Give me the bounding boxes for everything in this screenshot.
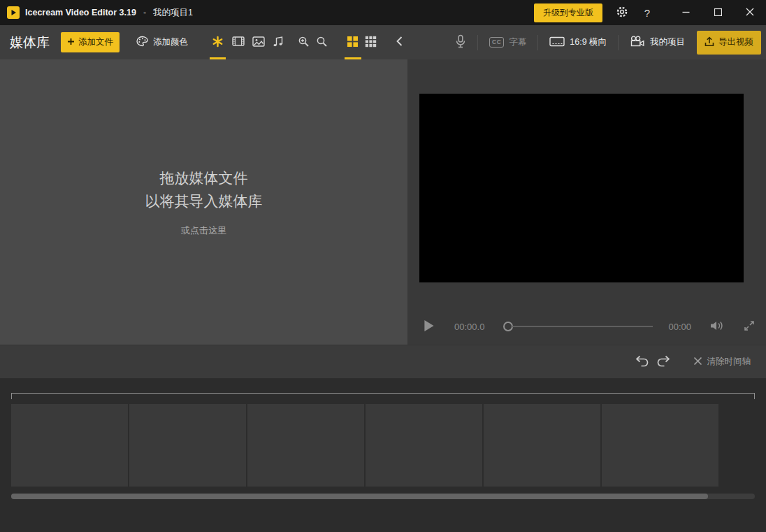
- plus-icon: [67, 38, 75, 48]
- track-slot-placeholder: [129, 404, 246, 487]
- export-video-label: 导出视频: [718, 36, 753, 48]
- seek-handle[interactable]: [503, 322, 513, 331]
- titlebar-right: 升级到专业版 ?: [534, 0, 766, 25]
- my-projects-button[interactable]: 我的项目: [628, 36, 686, 49]
- microphone-icon: [455, 34, 466, 50]
- export-icon: [704, 36, 714, 49]
- drop-text-line2: 以将其导入媒体库: [145, 190, 263, 213]
- collapse-panel-button[interactable]: [391, 25, 407, 59]
- total-time: 00:00: [668, 322, 691, 332]
- video-preview: [419, 94, 744, 282]
- help-button[interactable]: ?: [635, 0, 660, 25]
- play-button[interactable]: [419, 316, 438, 337]
- timeline-scrollbar-thumb[interactable]: [11, 494, 708, 499]
- maximize-icon: [714, 8, 722, 18]
- aspect-ratio-label: 16:9 横向: [570, 36, 607, 48]
- subtitles-button[interactable]: CC 字幕: [488, 36, 528, 48]
- minimize-button[interactable]: [670, 0, 702, 25]
- track-slot-placeholder: [602, 404, 718, 487]
- close-icon: [746, 8, 754, 18]
- timeline-toolbar: 清除时间轴: [0, 345, 766, 378]
- timeline-scrollbar-track[interactable]: [11, 494, 755, 499]
- add-color-label: 添加颜色: [153, 36, 188, 48]
- zoom-button[interactable]: [295, 25, 313, 59]
- minimize-icon: [682, 8, 690, 18]
- asterisk-icon: [212, 36, 224, 50]
- seek-slider[interactable]: [503, 322, 653, 331]
- app-logo-icon: [7, 6, 20, 19]
- image-icon: [252, 36, 265, 49]
- tab-music[interactable]: [268, 25, 288, 59]
- panel-title: 媒体库: [10, 34, 50, 52]
- tab-videos[interactable]: [228, 25, 248, 59]
- clear-x-icon: [693, 357, 702, 368]
- drop-hint-text: 或点击这里: [181, 224, 226, 237]
- preview-toolbar: CC 字幕 16:9 横向 我的项目 导出视频: [407, 25, 766, 59]
- undo-icon: [635, 354, 650, 369]
- grid-large-icon: [347, 36, 359, 50]
- timeline-ruler[interactable]: [11, 393, 755, 399]
- zoom-icon: [298, 36, 310, 50]
- timeline-area: [0, 378, 766, 532]
- add-files-button[interactable]: 添加文件: [61, 32, 120, 52]
- redo-icon: [656, 354, 671, 369]
- palette-icon: [136, 36, 148, 49]
- export-video-button[interactable]: 导出视频: [697, 31, 761, 55]
- toolbar: 媒体库 添加文件 添加颜色: [0, 25, 766, 59]
- timeline-track-area[interactable]: [11, 404, 755, 487]
- app-window: Icecream Video Editor 3.19 - 我的项目1 升级到专业…: [0, 0, 766, 532]
- aspect-ratio-icon: [549, 36, 565, 49]
- redo-button[interactable]: [653, 352, 674, 373]
- record-voice-button[interactable]: [454, 34, 468, 50]
- cc-icon: CC: [489, 37, 504, 48]
- clear-timeline-label: 清除时间轴: [707, 356, 751, 368]
- media-library-dropzone[interactable]: 拖放媒体文件 以将其导入媒体库 或点击这里: [0, 59, 407, 345]
- tab-photos[interactable]: [248, 25, 268, 59]
- tab-all-media[interactable]: [208, 25, 228, 59]
- seek-track[interactable]: [512, 326, 653, 327]
- play-icon: [423, 319, 435, 335]
- view-list-button[interactable]: [362, 25, 380, 59]
- aspect-ratio-button[interactable]: 16:9 横向: [548, 36, 608, 49]
- volume-icon: [709, 319, 725, 334]
- search-button[interactable]: [313, 25, 331, 59]
- toolbar-divider: [618, 35, 619, 50]
- title-separator: -: [142, 8, 147, 17]
- view-grid-button[interactable]: [344, 25, 362, 59]
- preview-panel: 00:00.0 00:00: [407, 59, 766, 345]
- track-slot-placeholder: [11, 404, 128, 487]
- music-note-icon: [273, 36, 284, 50]
- drop-text-line1: 拖放媒体文件: [160, 167, 248, 190]
- settings-button[interactable]: [609, 0, 635, 25]
- fullscreen-button[interactable]: [743, 319, 756, 334]
- grid-small-icon: [365, 36, 377, 50]
- movie-camera-icon: [630, 36, 645, 49]
- playback-controls: 00:00.0 00:00: [419, 312, 756, 340]
- titlebar: Icecream Video Editor 3.19 - 我的项目1 升级到专业…: [0, 0, 766, 25]
- undo-button[interactable]: [632, 352, 653, 373]
- add-files-label: 添加文件: [78, 36, 113, 48]
- volume-button[interactable]: [709, 319, 725, 334]
- chevron-left-icon: [396, 36, 403, 49]
- my-projects-label: 我的项目: [650, 36, 685, 48]
- clear-timeline-button[interactable]: 清除时间轴: [689, 355, 756, 368]
- maximize-button[interactable]: [702, 0, 734, 25]
- gear-icon: [616, 6, 628, 20]
- toolbar-divider: [537, 35, 538, 50]
- upgrade-button[interactable]: 升级到专业版: [534, 3, 602, 22]
- close-button[interactable]: [734, 0, 766, 25]
- current-time: 00:00.0: [454, 322, 491, 332]
- search-icon: [316, 36, 328, 50]
- expand-icon: [743, 319, 756, 334]
- main-area: 拖放媒体文件 以将其导入媒体库 或点击这里 00:00.0 00:00: [0, 59, 766, 345]
- film-icon: [232, 36, 245, 49]
- project-name: 我的项目1: [153, 7, 193, 19]
- titlebar-left: Icecream Video Editor 3.19 - 我的项目1: [0, 6, 193, 19]
- toolbar-divider: [477, 35, 478, 50]
- add-color-button[interactable]: 添加颜色: [132, 35, 192, 50]
- app-title: Icecream Video Editor 3.19: [25, 8, 136, 17]
- track-slot-placeholder: [247, 404, 364, 487]
- track-slot-placeholder: [484, 404, 600, 487]
- media-library-toolbar: 媒体库 添加文件 添加颜色: [0, 25, 407, 59]
- subtitles-label: 字幕: [509, 36, 526, 48]
